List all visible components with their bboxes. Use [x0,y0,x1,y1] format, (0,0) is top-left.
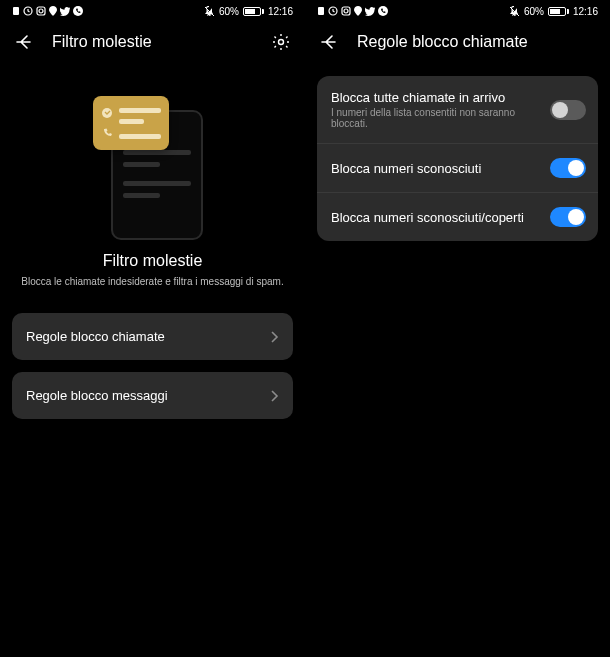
svg-point-6 [279,40,284,45]
svg-point-3 [39,9,43,13]
svg-rect-0 [13,7,19,15]
right-screen: 60% 12:16 Regole blocco chiamate Blocca … [305,0,610,657]
clock-time: 12:16 [573,6,598,17]
svg-rect-2 [37,7,45,15]
svg-point-12 [378,6,388,16]
row-label: Regole blocco messaggi [26,388,168,403]
battery-fill [550,9,560,14]
mute-icon [509,6,520,17]
battery-fill [245,9,255,14]
instagram-icon [341,6,351,16]
row-call-block-rules[interactable]: Regole blocco chiamate [12,313,293,360]
left-screen: 60% 12:16 Filtro molestie [0,0,305,657]
setting-title: Blocca tutte chiamate in arrivo [331,90,540,105]
svg-point-11 [344,9,348,13]
chevron-right-icon [269,330,279,344]
setting-block-all-incoming: Blocca tutte chiamate in arrivo I numeri… [317,76,598,143]
row-message-block-rules[interactable]: Regole blocco messaggi [12,372,293,419]
battery-pct: 60% [524,6,544,17]
whatsapp-icon [73,6,83,16]
page-title: Filtro molestie [52,33,253,51]
svg-point-4 [73,6,83,16]
status-bar: 60% 12:16 [305,0,610,22]
back-button[interactable] [319,32,339,52]
clock-time: 12:16 [268,6,293,17]
location-icon [49,6,57,16]
toggle-block-all-incoming[interactable] [550,100,586,120]
settings-block: Blocca tutte chiamate in arrivo I numeri… [317,76,598,241]
whatsapp-icon [378,6,388,16]
instagram-icon [36,6,46,16]
header: Regole blocco chiamate [305,22,610,68]
notification-icon [12,6,20,16]
battery-icon [243,7,264,16]
feature-illustration: Filtro molestie Blocca le chiamate indes… [0,68,305,297]
notification-icon [317,6,325,16]
rules-list: Regole blocco chiamate Regole blocco mes… [0,297,305,435]
toggle-block-unknown-hidden[interactable] [550,207,586,227]
setting-title: Blocca numeri sconosciuti/coperti [331,210,540,225]
settings-button[interactable] [271,32,291,52]
setting-title: Blocca numeri sconosciuti [331,161,540,176]
svg-rect-8 [318,7,324,15]
mute-icon [204,6,215,17]
setting-subtitle: I numeri della lista consentiti non sara… [331,107,540,129]
location-icon [354,6,362,16]
status-bar: 60% 12:16 [0,0,305,22]
setting-block-unknown-hidden: Blocca numeri sconosciuti/coperti [317,192,598,241]
setting-block-unknown: Blocca numeri sconosciuti [317,143,598,192]
svg-rect-10 [342,7,350,15]
clock-icon [23,6,33,16]
clock-icon [328,6,338,16]
back-button[interactable] [14,32,34,52]
header: Filtro molestie [0,22,305,68]
battery-pct: 60% [219,6,239,17]
toggle-block-unknown[interactable] [550,158,586,178]
row-label: Regole blocco chiamate [26,329,165,344]
notification-card-graphic [93,96,169,150]
page-title: Regole blocco chiamate [357,33,596,51]
twitter-icon [60,7,70,16]
battery-icon [548,7,569,16]
svg-point-7 [102,108,112,118]
feature-subtitle: Blocca le chiamate indesiderate e filtra… [11,276,293,287]
twitter-icon [365,7,375,16]
feature-title: Filtro molestie [103,252,203,270]
chevron-right-icon [269,389,279,403]
